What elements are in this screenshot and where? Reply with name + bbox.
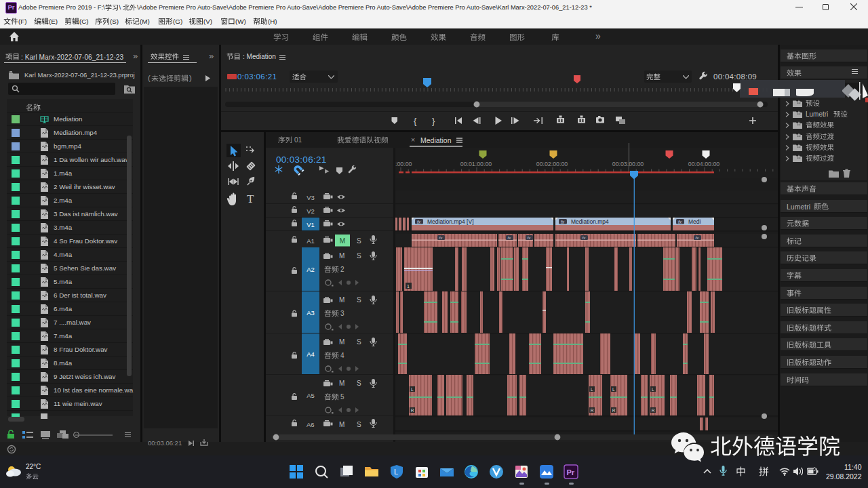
svg-text:fx: fx [678,220,682,224]
svg-text:2: 2 [340,266,344,273]
svg-text:00:03:06:21: 00:03:06:21 [276,155,327,165]
svg-text:×: × [411,136,415,144]
svg-text:S: S [357,421,361,428]
svg-text:A2: A2 [307,266,315,273]
svg-text:1: 1 [407,284,410,289]
svg-text:M: M [339,421,344,428]
svg-text:S: S [357,252,361,260]
svg-text:M: M [339,296,344,304]
svg-text:3: 3 [340,310,344,317]
svg-text:A5: A5 [307,392,315,399]
svg-text:L: L [612,387,615,392]
svg-text:5: 5 [340,393,344,401]
svg-text:L: L [591,387,593,392]
svg-text:}: } [432,116,435,126]
svg-text:R: R [652,408,655,413]
svg-text:Mediation.mp4 [V]: Mediation.mp4 [V] [427,218,474,225]
svg-text:V2: V2 [307,207,315,215]
svg-text:M: M [339,252,344,260]
svg-text:T: T [247,192,254,205]
svg-text:4: 4 [340,352,344,359]
svg-text:Mediation: Mediation [420,136,452,144]
svg-text:00:02:00:00: 00:02:00:00 [536,161,568,167]
svg-text:A4: A4 [307,350,315,358]
svg-text:L: L [411,387,414,392]
svg-text:M: M [339,338,344,346]
svg-text:A1: A1 [307,237,315,245]
svg-text:00:03:00:00: 00:03:00:00 [612,161,644,167]
svg-text:00:04:00:00: 00:04:00:00 [688,161,720,167]
svg-text:R: R [411,408,414,413]
svg-text:R: R [591,408,594,413]
svg-text::00:00: :00:00 [395,161,412,167]
svg-text:S: S [357,237,361,245]
svg-text:L: L [394,468,398,476]
svg-text:S: S [357,380,361,387]
svg-text:{: { [414,116,417,126]
svg-text:L: L [652,387,654,392]
svg-text:fx: fx [561,220,565,224]
svg-text:01: 01 [294,136,302,144]
svg-text:R: R [612,408,616,413]
svg-text:Mediation.mp4: Mediation.mp4 [571,218,609,225]
svg-text:S: S [357,338,361,346]
svg-text:M: M [339,380,344,387]
svg-text:Pr: Pr [567,468,575,476]
svg-text:Medi: Medi [688,218,701,225]
svg-text:00:01:00:00: 00:01:00:00 [460,161,492,167]
svg-text:A3: A3 [307,309,315,317]
svg-text:S: S [357,296,361,304]
svg-text:fx: fx [417,220,421,224]
svg-text:A6: A6 [307,421,315,428]
svg-text:V3: V3 [307,194,315,201]
svg-text:M: M [340,237,345,245]
svg-text:V1: V1 [307,221,315,228]
